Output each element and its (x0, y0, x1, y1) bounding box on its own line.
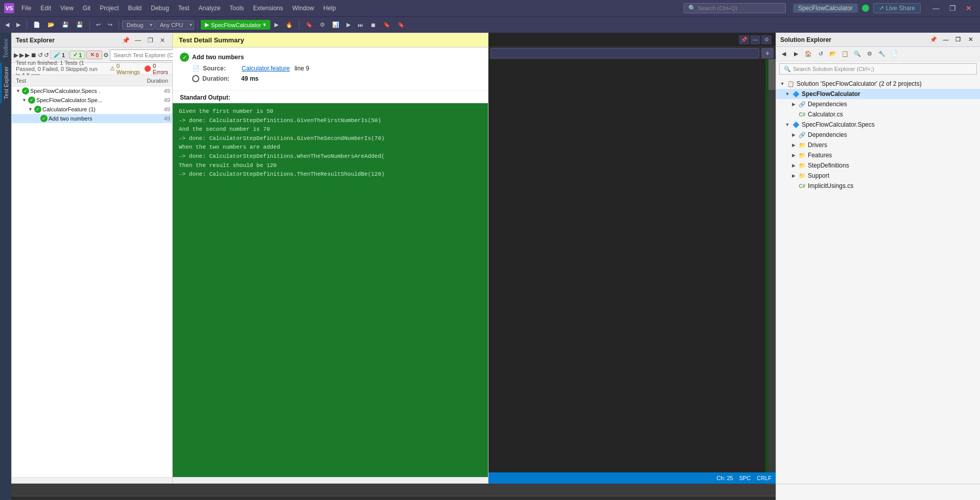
menu-file[interactable]: File (17, 4, 35, 13)
se-nav-forward[interactable]: ▶ (790, 49, 802, 59)
close-button[interactable]: ✕ (962, 3, 976, 13)
se-project-calc[interactable]: ▼ 🔷 SpecFlowCalculator (776, 89, 980, 99)
cs-icon: C# (798, 110, 806, 118)
se-filter[interactable]: 🔍 (852, 49, 863, 59)
se-project-specs[interactable]: ▼ 🔷 SpecFlowCalculator.Specs (776, 120, 980, 130)
live-share-button[interactable]: ↗ Live Share (873, 3, 921, 13)
cpu-dropdown[interactable]: Any CPU (155, 20, 194, 30)
extra-btn-4[interactable]: ▶ (343, 20, 354, 29)
menu-test[interactable]: Test (174, 4, 194, 13)
menu-view[interactable]: View (56, 4, 78, 13)
pin-button[interactable]: 📌 (120, 35, 131, 45)
forward-button[interactable]: ▶ (13, 20, 24, 29)
horizontal-scrollbar[interactable] (12, 477, 172, 483)
menu-analyze[interactable]: Analyze (195, 4, 225, 13)
test-item-spe[interactable]: ▼ ✓ SpecFlowCalculator.Spe... 49 (12, 96, 172, 105)
minimize-button[interactable]: — (929, 3, 943, 13)
se-show-files[interactable]: 📋 (839, 49, 851, 59)
undo-button[interactable]: ↩ (93, 20, 104, 29)
status-spacing[interactable]: SPC (739, 475, 751, 481)
restore-panel-button[interactable]: ❐ (145, 35, 156, 45)
se-implicitusings-cs[interactable]: C# ImplicitUsings.cs (776, 181, 980, 191)
se-features-folder[interactable]: ▶ 📁 Features (776, 150, 980, 160)
redo-button[interactable]: ↪ (105, 20, 115, 29)
menu-debug[interactable]: Debug (147, 4, 173, 13)
source-link[interactable]: Calculator.feature (242, 65, 290, 72)
se-home[interactable]: 🏠 (803, 49, 814, 59)
editor-vscrollbar[interactable] (768, 59, 776, 472)
menu-git[interactable]: Git (79, 4, 95, 13)
se-close-button[interactable]: ✕ (965, 35, 976, 45)
se-open-file[interactable]: 📄 (889, 49, 900, 59)
se-dependencies-2[interactable]: ▶ 🔗 Dependencies (776, 130, 980, 140)
test-item-add-two-numbers[interactable]: ✓ Add two numbers 49 (12, 114, 172, 123)
refresh-tests-button[interactable]: ↺ (38, 50, 43, 61)
se-restore-button[interactable]: ❐ (952, 35, 964, 45)
status-line-ending[interactable]: CRLF (757, 475, 772, 481)
se-dependencies-1[interactable]: ▶ 🔗 Dependencies (776, 99, 980, 109)
reset-tests-button[interactable]: ↺ (44, 50, 49, 61)
restore-button[interactable]: ❐ (945, 3, 960, 13)
se-support-folder[interactable]: ▶ 📁 Support (776, 171, 980, 181)
menu-build[interactable]: Build (124, 4, 146, 13)
extra-btn-3[interactable]: 📊 (329, 20, 342, 29)
minimize-panel-button[interactable]: — (132, 35, 144, 45)
debug-mode-dropdown[interactable]: Debug (122, 20, 154, 30)
save-button[interactable]: 💾 (59, 20, 72, 29)
se-search-box[interactable]: 🔍 Search Solution Explorer (Ctrl+;) (779, 63, 977, 75)
menu-window[interactable]: Window (288, 4, 318, 13)
extra-btn-2[interactable]: ⚙ (317, 20, 328, 29)
extra-btn-8[interactable]: 🔖 (394, 20, 408, 29)
detail-hscroll[interactable] (173, 477, 488, 483)
cancel-tests-button[interactable]: ⏹ (31, 50, 37, 61)
add-editor-button[interactable]: + (761, 48, 774, 58)
se-settings[interactable]: ⚙ (864, 49, 875, 59)
extra-btn-5[interactable]: ⏭ (355, 21, 366, 29)
close-panel-button[interactable]: ✕ (157, 35, 168, 45)
title-search[interactable]: 🔍 Search (Ctrl+Q) (684, 3, 786, 13)
save-all-button[interactable]: 💾 (73, 20, 86, 29)
menu-extensions[interactable]: Extensions (249, 4, 287, 13)
hot-reload-button[interactable]: 🔥 (283, 20, 296, 29)
open-button[interactable]: 📂 (44, 20, 58, 29)
extra-btn-1[interactable]: 🔖 (302, 20, 316, 29)
extra-btn-6[interactable]: ⏹ (367, 21, 379, 29)
sidebar-tab-toolbox[interactable]: Toolbox (1, 35, 10, 62)
debug-tests-button[interactable]: ▶ (25, 50, 30, 61)
total-badge[interactable]: 🧪 1 (50, 51, 68, 59)
minimize-editor-button[interactable]: — (750, 35, 760, 44)
se-minimize-button[interactable]: — (940, 35, 951, 45)
test-item-specs[interactable]: ▼ ✓ SpecFlowCalculator.Specs . 49 (12, 86, 172, 96)
fail-badge[interactable]: ✕ 0 (86, 51, 102, 59)
se-solution[interactable]: ▼ 📋 Solution 'SpecFlowCalculator' (2 of … (776, 79, 980, 89)
menu-edit[interactable]: Edit (36, 4, 55, 13)
se-drivers-folder[interactable]: ▶ 📁 Drivers (776, 140, 980, 150)
new-file-button[interactable]: 📄 (30, 20, 43, 29)
se-properties[interactable]: 🔧 (876, 49, 888, 59)
profile-button[interactable]: SpecFlowCalculator (793, 4, 858, 13)
sidebar-tab-test-explorer[interactable]: Test Explorer (1, 62, 11, 103)
run-button[interactable]: ▶ SpecFlowCalculator ▾ (201, 20, 270, 30)
status-col[interactable]: Ch: 25 (716, 475, 733, 481)
se-calculator-cs[interactable]: C# Calculator.cs (776, 109, 980, 120)
se-nav-back[interactable]: ◀ (778, 49, 789, 59)
pass-badge[interactable]: ✓ 1 (69, 51, 85, 59)
editor-vscrollbar-thumb[interactable] (768, 59, 776, 90)
settings-editor-button[interactable]: ⚙ (761, 35, 772, 44)
se-pin-button[interactable]: 📌 (928, 35, 939, 45)
menu-tools[interactable]: Tools (225, 4, 248, 13)
se-stepdefs-folder[interactable]: ▶ 📁 StepDefinitions (776, 160, 980, 171)
se-collapse[interactable]: 📂 (827, 49, 838, 59)
pin-editor-button[interactable]: 📌 (739, 35, 749, 44)
back-button[interactable]: ◀ (2, 20, 12, 29)
menu-project[interactable]: Project (96, 4, 123, 13)
run-all-tests-button[interactable]: ▶ (14, 50, 18, 61)
start-without-debug-button[interactable]: ▶ (271, 20, 282, 29)
run-tests-button[interactable]: ▶ (19, 50, 24, 61)
test-item-calculator-feature[interactable]: ▼ ✓ CalculatorFeature (1) 49 (12, 105, 172, 114)
se-sync[interactable]: ↺ (815, 49, 826, 59)
editor-path-dropdown[interactable] (491, 48, 759, 58)
extra-btn-7[interactable]: 🔖 (380, 20, 393, 29)
filter-button[interactable]: ⚙ (103, 50, 109, 61)
menu-help[interactable]: Help (319, 4, 340, 13)
